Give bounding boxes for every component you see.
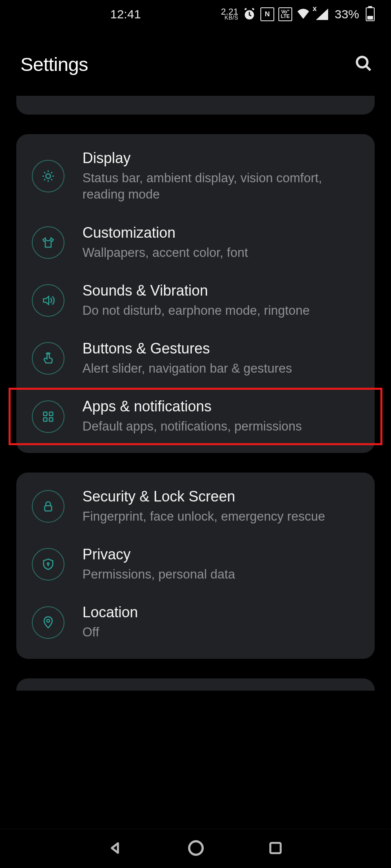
settings-item-subtitle: Default apps, notifications, permissions <box>82 418 302 435</box>
settings-list[interactable]: Display Status bar, ambient display, vis… <box>0 96 391 829</box>
battery-icon <box>366 7 375 21</box>
settings-item-title: Privacy <box>82 546 235 563</box>
svg-rect-8 <box>45 506 52 511</box>
settings-group: Display Status bar, ambient display, vis… <box>16 134 375 453</box>
cell-signal-icon: x <box>314 9 328 20</box>
card-peek-top <box>16 96 375 115</box>
app-header: Settings <box>0 29 391 96</box>
settings-item-customization[interactable]: Customization Wallpapers, accent color, … <box>16 214 375 272</box>
settings-item-title: Buttons & Gestures <box>82 340 292 357</box>
svg-rect-7 <box>49 417 53 421</box>
back-icon <box>108 840 124 856</box>
nav-back-button[interactable] <box>108 840 124 858</box>
svg-point-9 <box>47 563 49 565</box>
settings-item-subtitle: Do not disturb, earphone mode, ringtone <box>82 303 310 319</box>
settings-item-subtitle: Wallpapers, accent color, font <box>82 245 248 261</box>
settings-item-privacy[interactable]: Privacy Permissions, personal data <box>16 535 375 593</box>
settings-item-title: Apps & notifications <box>82 398 302 415</box>
network-speed: 2.21 KB/S <box>221 8 238 21</box>
svg-rect-4 <box>44 412 47 415</box>
settings-item-buttons[interactable]: Buttons & Gestures Alert slider, navigat… <box>16 329 375 387</box>
settings-item-title: Location <box>82 604 138 621</box>
svg-point-11 <box>189 841 203 855</box>
search-button[interactable] <box>355 55 373 74</box>
nav-home-button[interactable] <box>187 839 205 859</box>
settings-item-subtitle: Status bar, ambient display, vision comf… <box>82 170 335 203</box>
recents-icon <box>268 840 283 856</box>
volte-icon: Vo"LTE <box>278 7 292 21</box>
svg-rect-12 <box>270 843 280 853</box>
svg-rect-5 <box>49 412 53 415</box>
wifi-icon <box>296 7 310 21</box>
settings-item-subtitle: Fingerprint, face unlock, emergency resc… <box>82 508 325 525</box>
settings-item-subtitle: Off <box>82 624 138 641</box>
status-time: 12:41 <box>110 7 141 21</box>
svg-rect-6 <box>44 417 47 421</box>
search-icon <box>355 55 373 73</box>
svg-point-3 <box>46 174 50 179</box>
status-bar: 12:41 2.21 KB/S N Vo"LTE x 33% <box>0 0 391 29</box>
brightness-icon <box>32 160 64 192</box>
volume-icon <box>32 284 64 317</box>
settings-item-security[interactable]: Security & Lock Screen Fingerprint, face… <box>16 477 375 535</box>
settings-item-display[interactable]: Display Status bar, ambient display, vis… <box>16 139 375 214</box>
svg-point-10 <box>47 619 49 622</box>
svg-point-1 <box>357 57 368 67</box>
settings-item-sounds[interactable]: Sounds & Vibration Do not disturb, earph… <box>16 272 375 329</box>
shield-icon <box>32 548 64 581</box>
nfc-icon: N <box>260 7 274 21</box>
navigation-bar <box>0 829 391 868</box>
settings-item-title: Display <box>82 150 335 167</box>
nav-recents-button[interactable] <box>268 840 283 857</box>
card-peek-bottom <box>16 678 375 691</box>
settings-item-location[interactable]: Location Off <box>16 593 375 651</box>
settings-item-title: Customization <box>82 224 248 241</box>
alarm-icon <box>242 7 256 21</box>
lock-icon <box>32 490 64 523</box>
settings-group: Security & Lock Screen Fingerprint, face… <box>16 473 375 659</box>
home-icon <box>187 839 205 857</box>
battery-percentage: 33% <box>335 7 359 21</box>
svg-line-2 <box>366 66 370 70</box>
settings-item-subtitle: Permissions, personal data <box>82 566 235 583</box>
apps-icon <box>32 400 64 433</box>
settings-item-subtitle: Alert slider, navigation bar & gestures <box>82 360 292 377</box>
settings-item-title: Security & Lock Screen <box>82 488 325 505</box>
tshirt-icon <box>32 226 64 259</box>
touch-icon <box>32 342 64 375</box>
settings-item-apps[interactable]: Apps & notifications Default apps, notif… <box>8 387 383 445</box>
settings-item-title: Sounds & Vibration <box>82 282 310 299</box>
page-title: Settings <box>20 53 88 75</box>
pin-icon <box>32 606 64 639</box>
